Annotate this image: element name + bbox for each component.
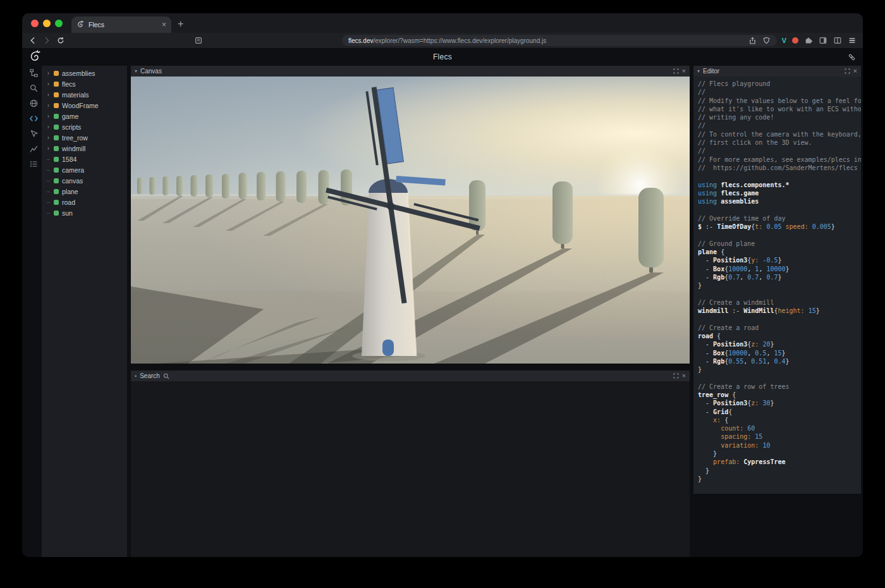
tree-item-label: windmill bbox=[62, 145, 85, 152]
entity-color-square bbox=[54, 71, 59, 76]
code-line: - Grid{ bbox=[698, 408, 861, 416]
tree-item[interactable]: –camera bbox=[42, 164, 127, 175]
url-host: flecs.dev bbox=[348, 37, 373, 44]
tree-item[interactable]: ›game bbox=[42, 111, 127, 121]
code-line: - Position3{y: -0.5} bbox=[698, 256, 861, 264]
canvas-3d-scene[interactable] bbox=[131, 77, 690, 364]
minimize-window-button[interactable] bbox=[43, 20, 51, 27]
search-icon[interactable] bbox=[29, 83, 39, 93]
entity-color-square bbox=[54, 200, 59, 205]
panel-dot-icon[interactable]: • bbox=[135, 373, 137, 379]
tree-item[interactable]: –1584 bbox=[42, 154, 127, 164]
leaf-dash-icon: – bbox=[46, 178, 51, 184]
address-bar[interactable]: flecs.dev/explorer/?wasm=https://www.fle… bbox=[342, 35, 777, 46]
tree-item[interactable]: ›scripts bbox=[42, 121, 127, 132]
code-line: windmill :- WindMill{height: 15} bbox=[698, 307, 861, 315]
tree-item[interactable]: ›materials bbox=[42, 89, 127, 100]
tree-item[interactable]: ›assemblies bbox=[42, 68, 127, 78]
flecs-logo-icon bbox=[28, 49, 41, 64]
tree-item[interactable]: ›tree_row bbox=[42, 132, 127, 143]
reload-button[interactable] bbox=[56, 36, 65, 45]
tree-item-label: canvas bbox=[62, 177, 83, 185]
world-icon[interactable] bbox=[29, 99, 39, 108]
tree-item[interactable]: ›windmill bbox=[42, 143, 127, 154]
code-line: // https://github.com/SanderMertens/flec… bbox=[698, 164, 861, 172]
code-line: variation: 10 bbox=[698, 441, 861, 450]
tree-item[interactable]: ›flecs bbox=[42, 78, 127, 89]
fullscreen-icon[interactable] bbox=[845, 68, 850, 74]
code-line: spacing: 15 bbox=[698, 432, 861, 441]
chevron-down-icon[interactable]: ▾ bbox=[697, 68, 700, 74]
bookmark-panel-icon[interactable] bbox=[194, 36, 203, 45]
forward-button[interactable] bbox=[42, 36, 51, 45]
code-line: plane { bbox=[698, 248, 861, 256]
code-line: road { bbox=[698, 332, 861, 340]
entity-color-square bbox=[54, 135, 59, 140]
code-line: - Box{10000, 1, 10000} bbox=[698, 265, 861, 273]
expander-icon[interactable]: › bbox=[46, 102, 51, 109]
entity-color-square bbox=[54, 103, 59, 108]
shield-icon[interactable] bbox=[762, 37, 771, 45]
search-results-area[interactable] bbox=[131, 381, 690, 557]
chevron-down-icon[interactable]: ▾ bbox=[135, 68, 137, 74]
code-line: count: 60 bbox=[698, 424, 861, 432]
close-window-button[interactable] bbox=[31, 20, 39, 27]
record-extension-icon[interactable] bbox=[792, 37, 798, 44]
share-link-icon[interactable] bbox=[847, 52, 857, 62]
expander-icon[interactable]: › bbox=[46, 70, 51, 77]
split-view-icon[interactable] bbox=[833, 36, 842, 45]
browser-tab[interactable]: Flecs × bbox=[71, 16, 171, 33]
canvas-panel: ▾ Canvas × bbox=[131, 66, 690, 364]
hierarchy-icon[interactable] bbox=[29, 68, 39, 78]
v-extension-icon[interactable]: V bbox=[782, 37, 786, 44]
close-icon[interactable]: × bbox=[853, 68, 857, 75]
side-panel-icon[interactable] bbox=[819, 36, 827, 45]
zoom-window-button[interactable] bbox=[55, 20, 63, 27]
fullscreen-icon[interactable] bbox=[673, 373, 679, 379]
stats-icon[interactable] bbox=[29, 144, 39, 154]
expander-icon[interactable]: › bbox=[46, 91, 51, 98]
new-tab-button[interactable]: + bbox=[178, 19, 183, 29]
expander-icon[interactable]: › bbox=[46, 123, 51, 130]
code-line: // Create a row of trees bbox=[698, 383, 861, 391]
entity-color-square bbox=[54, 82, 59, 87]
leaf-dash-icon: – bbox=[46, 167, 51, 173]
tree-item-label: materials bbox=[62, 91, 89, 99]
tree-item[interactable]: –road bbox=[42, 197, 127, 207]
tab-strip: Flecs × + bbox=[22, 13, 863, 33]
back-button[interactable] bbox=[28, 36, 37, 45]
tab-close-icon[interactable]: × bbox=[162, 21, 166, 28]
tree-item[interactable]: –plane bbox=[42, 186, 127, 197]
editor-panel-header: ▾ Editor × bbox=[693, 66, 861, 77]
expander-icon[interactable]: › bbox=[46, 134, 51, 141]
expander-icon[interactable]: › bbox=[46, 113, 51, 119]
code-line: using flecs.components.* bbox=[698, 181, 861, 189]
tree-item-label: plane bbox=[62, 188, 78, 195]
expander-icon[interactable]: › bbox=[46, 145, 51, 152]
code-line bbox=[698, 205, 861, 214]
expander-icon[interactable]: › bbox=[46, 80, 51, 87]
tree-item[interactable]: –canvas bbox=[42, 175, 127, 186]
menu-icon[interactable] bbox=[848, 36, 857, 45]
code-line: // To control the camera with the keyboa… bbox=[698, 130, 861, 138]
close-icon[interactable]: × bbox=[682, 68, 686, 75]
code-line: // Ground plane bbox=[698, 240, 861, 248]
editor-code[interactable]: // Flecs playground//// Modify the value… bbox=[693, 77, 861, 494]
tree-item[interactable]: ›WoodFrame bbox=[42, 100, 127, 111]
tab-title: Flecs bbox=[88, 21, 157, 28]
fullscreen-icon[interactable] bbox=[673, 68, 679, 74]
code-icon[interactable] bbox=[29, 114, 39, 123]
close-icon[interactable]: × bbox=[682, 372, 686, 379]
code-line: } bbox=[698, 467, 861, 475]
toolbar-extensions: V bbox=[782, 36, 857, 45]
tree-item[interactable]: –sun bbox=[42, 207, 127, 218]
tree-item-label: tree_row bbox=[62, 134, 88, 142]
code-line: // first click on the 3D view. bbox=[698, 138, 861, 147]
extensions-puzzle-icon[interactable] bbox=[804, 36, 813, 45]
log-icon[interactable] bbox=[29, 159, 39, 169]
share-icon[interactable] bbox=[748, 37, 757, 45]
browser-window: Flecs × + flecs.dev/explorer/?wasm=https… bbox=[22, 13, 863, 557]
code-line: // For more examples, see examples/plecs… bbox=[698, 156, 861, 164]
inspect-icon[interactable] bbox=[29, 129, 39, 138]
code-line: // Modify the values below to get a feel… bbox=[698, 97, 861, 105]
